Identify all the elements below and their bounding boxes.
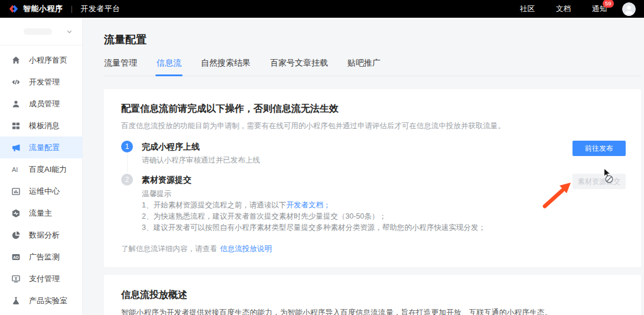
topnav-item-docs[interactable]: 文档 (556, 4, 571, 14)
app-logo-icon (8, 4, 19, 14)
step-desc: 请确认小程序审核通过并已发布上线 (142, 155, 565, 165)
sidebar-item-label: 开发管理 (29, 77, 60, 87)
home-icon (11, 56, 21, 65)
tab-贴吧推广[interactable]: 贴吧推广 (347, 58, 380, 76)
svg-text:AD: AD (13, 255, 19, 259)
payment-icon (11, 274, 21, 284)
sidebar: 小程序首页开发管理成员管理模板消息流量配置AI百度AI能力运维中心流量主数据分析… (0, 18, 83, 315)
sidebar-item-label: 数据分析 (29, 230, 60, 241)
pie-chart-icon (11, 230, 21, 240)
step-action: 前往发布 (573, 141, 626, 156)
brand-divider: ｜ (69, 4, 76, 14)
step-rail: 2 (121, 174, 133, 242)
step-body: 素材资源提交温馨提示1、开始素材资源提交流程之前，请通读以下开发者文档；2、为快… (142, 174, 565, 242)
sidebar-item-member[interactable]: 成员管理 (0, 93, 82, 115)
step-connector-line (127, 155, 128, 171)
step-number-badge: 2 (121, 174, 133, 186)
sidebar-item-pie-chart[interactable]: 数据分析 (0, 224, 82, 246)
tip-item: 1、开始素材资源提交流程之前，请通读以下开发者文档； (142, 200, 565, 211)
main-content: 流量配置 流量管理信息流自然搜索结果百家号文章挂载贴吧推广 配置信息流前请完成以… (83, 18, 644, 315)
sidebar-item-lab-flask[interactable]: 产品实验室 (0, 290, 82, 311)
topbar-nav: 社区文档通知59 (520, 4, 607, 14)
avatar[interactable] (622, 2, 636, 16)
sidebar-item-label: 广告监测 (29, 252, 60, 262)
sidebar-item-label: 流量主 (29, 208, 52, 219)
sidebar-item-label: 小程序首页 (29, 55, 67, 66)
overview-card: 信息流投放概述 智能小程序为开发者提供对接百度生态的能力，为智能小程序导入百度信… (104, 275, 641, 315)
step-row-2: 2素材资源提交温馨提示1、开始素材资源提交流程之前，请通读以下开发者文档；2、为… (121, 174, 626, 242)
sidebar-item-code[interactable]: 开发管理 (0, 71, 82, 93)
tab-bar: 流量管理信息流自然搜索结果百家号文章挂载贴吧推广 (104, 58, 641, 76)
ai-icon: AI (11, 165, 21, 174)
lab-flask-icon (11, 296, 21, 306)
notification-badge: 59 (603, 0, 614, 8)
tab-自然搜索结果[interactable]: 自然搜索结果 (201, 58, 251, 76)
developer-doc-link[interactable]: 开发者文档； (286, 201, 330, 209)
sidebar-item-label: 成员管理 (29, 99, 60, 109)
app-window: 智能小程序 ｜ 开发者平台 社区文档通知59 小程序首页开发管理成员管理模板消息… (0, 0, 644, 315)
setup-card-subtitle: 百度信息流投放的功能目前为申请制，需要有在线可用的小程序包并通过申请评估后才可在… (121, 121, 626, 131)
topbar: 智能小程序 ｜ 开发者平台 社区文档通知59 (0, 0, 644, 18)
step-title: 素材资源提交 (142, 174, 565, 186)
sidebar-item-ad[interactable]: AD广告监测 (0, 246, 82, 268)
code-icon (11, 77, 21, 87)
setup-card: 配置信息流前请完成以下操作，否则信息流无法生效 百度信息流投放的功能目前为申请制… (104, 89, 641, 267)
submit-material-button[interactable]: 素材资源提交 (573, 174, 626, 189)
tip-item: 3、建议开发者可以按照自有小程序素材类型尽量提交多种素材分类资源，帮助您的小程序… (142, 222, 565, 233)
tip-text: 2、为快速熟悉流程，建议开发者首次提交素材时先少量提交（30-50条）； (142, 212, 386, 220)
platform-name: 开发者平台 (80, 4, 121, 14)
step-rail: 1 (121, 141, 133, 174)
tips-title: 温馨提示 (142, 189, 565, 200)
tab-百家号文章挂载[interactable]: 百家号文章挂载 (270, 58, 328, 76)
sidebar-item-ops-chart[interactable]: 运维中心 (0, 180, 82, 202)
ad-icon: AD (11, 252, 21, 262)
sidebar-item-label: 模板消息 (29, 121, 60, 131)
feed-delivery-doc-link[interactable]: 信息流投放说明 (220, 245, 272, 253)
sidebar-item-traffic-owner[interactable]: 流量主 (0, 202, 82, 224)
footer-note: 了解信息流详细内容，请查看信息流投放说明 (121, 244, 626, 254)
tip-text: 3、建议开发者可以按照自有小程序素材类型尽量提交多种素材分类资源，帮助您的小程序… (142, 223, 486, 232)
steps: 1完成小程序上线请确认小程序审核通过并已发布上线前往发布2素材资源提交温馨提示1… (121, 141, 626, 242)
sidebar-item-label: 流量配置 (29, 142, 60, 153)
app-name-redacted (24, 28, 52, 35)
svg-text:AI: AI (12, 166, 18, 173)
footer-note-text: 了解信息流详细内容，请查看 (121, 245, 217, 253)
tab-信息流[interactable]: 信息流 (157, 58, 181, 76)
sidebar-item-megaphone[interactable]: 流量配置 (0, 137, 82, 158)
tip-text: 1、开始素材资源提交流程之前，请通读以下 (142, 201, 286, 209)
brand-name: 智能小程序 (23, 4, 63, 14)
step-row-1: 1完成小程序上线请确认小程序审核通过并已发布上线前往发布 (121, 141, 626, 174)
sidebar-menu: 小程序首页开发管理成员管理模板消息流量配置AI百度AI能力运维中心流量主数据分析… (0, 46, 82, 311)
brand: 智能小程序 ｜ 开发者平台 (8, 4, 121, 14)
step-number-badge: 1 (121, 141, 133, 152)
topnav-item-notifications[interactable]: 通知59 (592, 4, 607, 14)
sidebar-item-payment[interactable]: 支付管理 (0, 268, 82, 290)
page-title: 流量配置 (104, 33, 641, 47)
sidebar-item-label: 支付管理 (29, 274, 60, 284)
sidebar-item-ai[interactable]: AI百度AI能力 (0, 158, 82, 180)
ops-chart-icon (11, 187, 21, 196)
topnav-item-community[interactable]: 社区 (520, 4, 535, 14)
user-avatar-icon (622, 2, 636, 16)
topnav-label: 文档 (556, 5, 571, 13)
traffic-owner-icon (11, 209, 21, 218)
chevron-down-icon (66, 28, 73, 35)
tab-流量管理[interactable]: 流量管理 (104, 58, 137, 76)
sidebar-item-label: 产品实验室 (29, 295, 67, 306)
member-icon (11, 99, 21, 109)
step-action: 素材资源提交 (573, 174, 626, 189)
megaphone-icon (11, 143, 21, 152)
sidebar-item-label: 运维中心 (29, 186, 60, 197)
step-title: 完成小程序上线 (142, 141, 565, 152)
topnav-label: 社区 (520, 5, 535, 13)
app-selector[interactable] (0, 18, 82, 46)
template-message-icon (11, 121, 21, 131)
sidebar-item-label: 百度AI能力 (29, 164, 67, 175)
overview-heading: 信息流投放概述 (121, 288, 625, 301)
overview-paragraph: 智能小程序为开发者提供对接百度生态的能力，为智能小程序导入百度信息流流量，旨在打… (121, 307, 625, 315)
go-publish-button[interactable]: 前往发布 (573, 141, 626, 156)
sidebar-item-template-message[interactable]: 模板消息 (0, 115, 82, 137)
step-body: 完成小程序上线请确认小程序审核通过并已发布上线 (142, 141, 565, 174)
sidebar-item-home[interactable]: 小程序首页 (0, 49, 82, 71)
tip-item: 2、为快速熟悉流程，建议开发者首次提交素材时先少量提交（30-50条）； (142, 211, 565, 222)
